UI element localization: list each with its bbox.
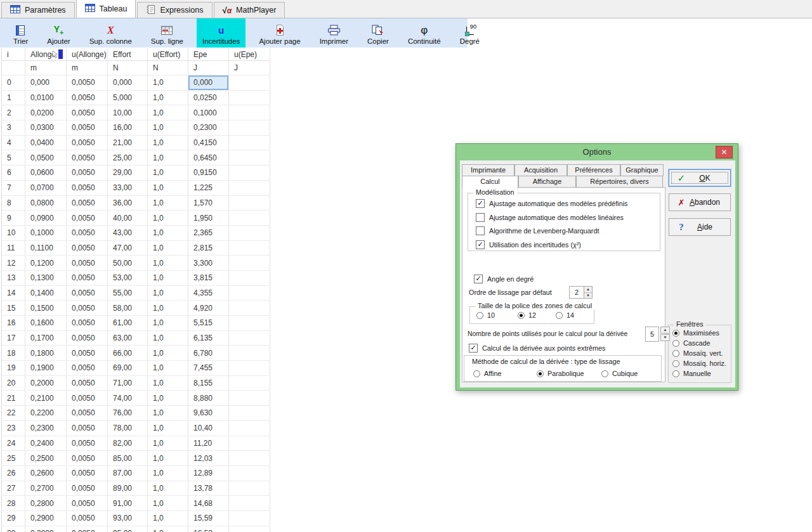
table-cell[interactable]: 3,300: [188, 256, 229, 271]
column-header-i[interactable]: i: [1, 48, 25, 61]
table-cell[interactable]: 8,155: [188, 376, 229, 391]
table-cell[interactable]: 91,00: [108, 496, 148, 511]
row-header[interactable]: 11: [1, 241, 25, 256]
column-header-u-effort[interactable]: u(Effort): [148, 48, 188, 61]
table-cell[interactable]: [229, 226, 270, 241]
table-cell[interactable]: [229, 150, 270, 165]
table-cell[interactable]: 0,0600: [25, 165, 67, 181]
row-header[interactable]: 17: [1, 331, 25, 346]
table-cell[interactable]: 0,2900: [25, 511, 67, 526]
table-cell[interactable]: 1,0: [148, 165, 188, 181]
table-cell[interactable]: 85,00: [108, 451, 148, 466]
table-cell[interactable]: 74,00: [108, 391, 148, 406]
table-cell[interactable]: 1,0: [148, 120, 188, 136]
row-header[interactable]: 20: [1, 376, 25, 391]
table-cell[interactable]: 0,0050: [67, 75, 108, 91]
table-cell[interactable]: 69,00: [108, 361, 148, 376]
row-header[interactable]: 27: [1, 481, 25, 496]
table-cell[interactable]: 0,2800: [25, 496, 67, 511]
row-header[interactable]: 14: [1, 286, 25, 301]
table-cell[interactable]: [229, 406, 270, 421]
table-cell[interactable]: 25,00: [108, 150, 148, 165]
radio-parabolique[interactable]: Parabolique: [537, 370, 584, 377]
row-header[interactable]: 28: [1, 496, 25, 511]
table-cell[interactable]: 0,0050: [67, 105, 108, 120]
table-cell[interactable]: [229, 376, 270, 391]
table-cell[interactable]: 0,1200: [25, 256, 67, 271]
table-cell[interactable]: 0,0050: [67, 136, 108, 151]
table-cell[interactable]: 5,000: [108, 91, 148, 106]
table-cell[interactable]: 1,0: [148, 271, 188, 286]
column-header-effort[interactable]: Effort: [108, 48, 148, 61]
table-cell[interactable]: 0,0500: [25, 150, 67, 165]
ordre-lissage-value[interactable]: 2: [569, 286, 584, 299]
toolbar-ajouter[interactable]: Y+Ajouter: [41, 18, 75, 48]
table-cell[interactable]: [229, 496, 270, 511]
table-cell[interactable]: 0,0050: [67, 196, 108, 211]
row-header[interactable]: 1: [1, 91, 25, 106]
table-cell[interactable]: 50,00: [108, 256, 148, 271]
table-cell[interactable]: [229, 451, 270, 466]
table-cell[interactable]: 0,2200: [25, 406, 67, 421]
table-cell[interactable]: 0,1800: [25, 346, 67, 361]
options-tab-imprimante[interactable]: Imprimante: [462, 164, 514, 176]
table-cell[interactable]: 4,355: [188, 286, 229, 301]
toolbar-ajouter-page[interactable]: Ajouter page: [253, 18, 306, 48]
table-cell[interactable]: 1,0: [148, 136, 188, 151]
table-cell[interactable]: 0,0050: [67, 361, 108, 376]
ok-button[interactable]: ✓OK: [669, 169, 731, 186]
table-cell[interactable]: 6,780: [188, 346, 229, 361]
table-cell[interactable]: [229, 256, 270, 271]
table-cell[interactable]: 5,515: [188, 316, 229, 331]
table-cell[interactable]: 1,0: [148, 211, 188, 226]
toolbar-imprimer[interactable]: Imprimer: [314, 18, 354, 48]
table-cell[interactable]: 1,0: [148, 496, 188, 511]
table-cell[interactable]: 0,0050: [67, 331, 108, 346]
table-cell[interactable]: 0,0050: [67, 481, 108, 496]
table-cell[interactable]: 0,0050: [67, 165, 108, 181]
table-cell[interactable]: 9,630: [188, 406, 229, 421]
radio-cascade[interactable]: Cascade: [672, 339, 710, 347]
options-tab-graphique[interactable]: Graphique: [620, 164, 664, 176]
table-cell[interactable]: 0,0100: [25, 91, 67, 106]
table-cell[interactable]: 0,6450: [188, 150, 229, 165]
table-cell[interactable]: 12,03: [188, 451, 229, 466]
options-tab-acquisition[interactable]: Acquisition: [514, 164, 567, 176]
radio-affine[interactable]: Affine: [473, 370, 501, 377]
row-header[interactable]: 3: [1, 120, 25, 136]
table-cell[interactable]: 0,9150: [188, 165, 229, 181]
table-cell[interactable]: [229, 436, 270, 451]
table-cell[interactable]: 1,0: [148, 256, 188, 271]
table-cell[interactable]: 53,00: [108, 271, 148, 286]
table-cell[interactable]: 0,0050: [67, 466, 108, 481]
table-cell[interactable]: 0,0250: [188, 91, 229, 106]
table-cell[interactable]: 0,0050: [67, 436, 108, 451]
table-cell[interactable]: 0,0300: [25, 120, 67, 136]
table-cell[interactable]: 8,880: [188, 391, 229, 406]
radio-manuelle[interactable]: Manuelle: [672, 370, 711, 377]
table-cell[interactable]: 11,20: [188, 436, 229, 451]
row-header[interactable]: 7: [1, 181, 25, 196]
table-cell[interactable]: 0,0050: [67, 271, 108, 286]
table-cell[interactable]: 21,00: [108, 136, 148, 151]
checkbox-calcul-de-la-derivee-aux-points-extremes[interactable]: ✓Calcul de la dérivée aux points extrême…: [469, 344, 605, 353]
table-cell[interactable]: [229, 136, 270, 151]
table-cell[interactable]: 1,0: [148, 466, 188, 481]
aide-button[interactable]: ?Aide: [669, 218, 731, 236]
options-tab-repertoires-divers[interactable]: Répertoires, divers: [576, 176, 663, 188]
row-header[interactable]: 2: [1, 105, 25, 120]
row-header[interactable]: 19: [1, 361, 25, 376]
checkbox-algorithme-de-levenberg-marquardt[interactable]: Algorithme de Levenberg-Marquardt: [476, 226, 599, 235]
table-cell[interactable]: [229, 316, 270, 331]
table-cell[interactable]: 29,00: [108, 165, 148, 181]
table-cell[interactable]: 0,2300: [188, 120, 229, 136]
spinner-up-icon[interactable]: ▲: [584, 287, 592, 293]
toolbar-copier[interactable]: Copier: [362, 18, 395, 48]
table-cell[interactable]: 0,0050: [67, 421, 108, 436]
table-cell[interactable]: 12,89: [188, 466, 229, 481]
table-cell[interactable]: 1,0: [148, 481, 188, 496]
toolbar-incertitudes[interactable]: uIncertitudes: [197, 18, 246, 48]
column-header-u-allonge[interactable]: u(Allonge): [67, 48, 108, 61]
checkbox-ajustage-automatique-des-modeles-predefinis[interactable]: ✓Ajustage automatique des modèles prédéf…: [476, 199, 627, 208]
table-cell[interactable]: 0,1100: [25, 241, 67, 256]
